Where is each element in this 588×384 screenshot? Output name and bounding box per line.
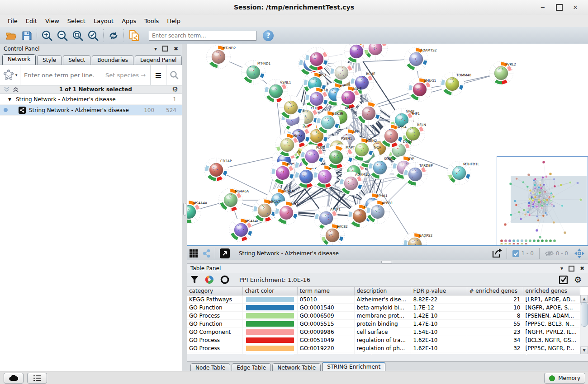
network-node[interactable]: [305, 47, 329, 71]
network-node[interactable]: [330, 61, 354, 85]
string-search-icon[interactable]: [166, 65, 182, 85]
horizontal-splitter[interactable]: [187, 260, 588, 263]
column-header[interactable]: FDR p-value: [411, 287, 467, 295]
table-row[interactable]: GO ComponentGO:0009986cell surface1.54E-…: [187, 328, 580, 336]
zoom-selected-icon[interactable]: [85, 28, 101, 43]
zoom-in-icon[interactable]: [39, 28, 55, 43]
string-options-icon[interactable]: ≡: [150, 65, 166, 85]
column-header[interactable]: category: [187, 287, 242, 295]
table-float-icon[interactable]: [569, 266, 574, 272]
network-node-BACE2[interactable]: BACE2: [321, 224, 348, 246]
menu-edit[interactable]: Edit: [22, 18, 41, 24]
set-species-label[interactable]: Set species →: [105, 72, 146, 79]
menu-view[interactable]: View: [41, 18, 63, 24]
network-node-MT-ND1[interactable]: MT-ND1: [242, 61, 271, 84]
tab-boundaries[interactable]: Boundaries: [92, 55, 133, 65]
table-panel-menu-icon[interactable]: ▾: [560, 265, 563, 272]
table-row[interactable]: GO ProcessGO:0033619membrane prot...1.93…: [187, 352, 580, 355]
pan-navigation-icon[interactable]: [572, 246, 587, 261]
network-node-APBB1[interactable]: APBB1: [366, 200, 393, 224]
scroll-up-icon[interactable]: ▲: [580, 295, 588, 303]
expand-all-icon[interactable]: [13, 87, 19, 92]
zoom-fit-icon[interactable]: [70, 28, 85, 43]
table-scrollbar[interactable]: ▲ ▼: [580, 295, 588, 354]
panel-menu-icon[interactable]: ▾: [154, 46, 157, 52]
network-settings-gear-icon[interactable]: ⚙: [172, 86, 178, 93]
grid-view-icon[interactable]: [187, 246, 200, 261]
network-node-CADPS2[interactable]: CADPS2: [403, 233, 433, 246]
filter-icon[interactable]: [190, 276, 199, 284]
network-node-CD2AP[interactable]: CD2AP: [204, 158, 232, 182]
network-node-BIN1[interactable]: BIN1: [275, 201, 299, 225]
network-node-TARDBP[interactable]: TARDBP: [403, 163, 433, 187]
network-node-TOMM40[interactable]: TOMM40: [441, 72, 472, 96]
table-row[interactable]: GO ProcessGO:0019220regulation of ph...1…: [187, 344, 580, 352]
network-node[interactable]: [357, 102, 381, 126]
detach-view-icon[interactable]: [217, 246, 232, 261]
export-network-icon[interactable]: [489, 246, 505, 261]
menu-file[interactable]: File: [4, 18, 22, 24]
menu-tools[interactable]: Tools: [140, 18, 163, 24]
collapse-all-icon[interactable]: [4, 87, 10, 92]
network-node[interactable]: [364, 44, 388, 61]
float-panel-icon[interactable]: [162, 46, 168, 52]
minimize-button[interactable]: ─: [535, 0, 551, 15]
network-node-MS4A4A[interactable]: MS4A4A: [187, 200, 208, 224]
network-node-MS4A4E[interactable]: MS4A4E: [229, 218, 259, 242]
menu-apps[interactable]: Apps: [118, 18, 140, 24]
network-node-SORL1[interactable]: SORL1: [368, 156, 396, 180]
network-node[interactable]: [279, 96, 303, 120]
table-row[interactable]: GO ProcessGO:0051049regulation of tra...…: [187, 336, 580, 344]
column-header[interactable]: description: [354, 287, 411, 295]
column-header[interactable]: enriched genes: [523, 287, 580, 295]
zoom-out-icon[interactable]: [55, 28, 70, 43]
select-filtered-icon[interactable]: [559, 276, 568, 284]
column-header[interactable]: # enriched genes: [467, 287, 523, 295]
table-close-icon[interactable]: ✖: [580, 265, 584, 272]
open-session-button[interactable]: [4, 28, 19, 43]
collection-expand-icon[interactable]: ▼: [8, 97, 11, 102]
menu-layout[interactable]: Layout: [90, 18, 118, 24]
tab-string-enrichment[interactable]: STRING Enrichment: [322, 362, 385, 372]
table-row[interactable]: GO FunctionGO:0001540beta-amyloid bi...1…: [187, 304, 580, 312]
donut-chart-icon[interactable]: [205, 275, 214, 284]
network-collection-row[interactable]: ▼ String Network - Alzheimer's disease 1: [0, 94, 182, 105]
column-header[interactable]: chart color: [242, 287, 297, 295]
network-share-icon[interactable]: [126, 28, 142, 43]
tab-legend-panel[interactable]: Legend Panel: [135, 55, 182, 65]
network-node-MTHFD1L[interactable]: MTHFD1L: [447, 161, 480, 185]
network-node-MT-ND2[interactable]: MT-ND2: [207, 45, 236, 69]
cloud-task-button[interactable]: [4, 373, 24, 384]
search-input[interactable]: [149, 31, 256, 41]
ring-chart-icon[interactable]: [220, 275, 229, 284]
tab-select[interactable]: Select: [63, 55, 90, 65]
close-button[interactable]: ✕: [567, 0, 583, 15]
scroll-down-icon[interactable]: ▼: [580, 347, 588, 354]
network-node-SMUG1[interactable]: SMUG1: [408, 78, 436, 102]
network-node-ADAMTS2[interactable]: ADAMTS2: [404, 47, 437, 71]
table-row[interactable]: GO FunctionGO:0005515protein binding1.47…: [187, 320, 580, 328]
close-panel-icon[interactable]: ✖: [174, 46, 178, 52]
string-query-input[interactable]: [20, 72, 105, 79]
string-logo-icon[interactable]: ▾: [0, 65, 20, 85]
network-canvas[interactable]: MT-ND2MT-ND1VSNL1GAB2ADAMTS2PVRL2TOMM40S…: [187, 44, 588, 246]
save-session-button[interactable]: [19, 28, 34, 43]
enrichment-settings-gear-icon[interactable]: ⚙: [574, 276, 582, 284]
network-node-PPP5C[interactable]: PPP5C: [271, 161, 298, 185]
birdseye-view[interactable]: [497, 156, 588, 246]
table-row[interactable]: KEGG Pathways05010Alzheimer's dise...8.8…: [187, 295, 580, 304]
scrollbar-thumb[interactable]: [581, 302, 588, 327]
birdseye-toggle-icon[interactable]: [200, 246, 213, 261]
refresh-icon[interactable]: [106, 28, 121, 43]
tab-style[interactable]: Style: [37, 55, 62, 65]
network-node-PVRL2[interactable]: PVRL2: [489, 61, 517, 85]
help-icon[interactable]: ?: [263, 30, 274, 41]
maximize-button[interactable]: [551, 0, 567, 15]
menu-help[interactable]: Help: [163, 18, 185, 24]
table-row[interactable]: GO ProcessGO:0006509membrane prot...1.42…: [187, 312, 580, 320]
tab-network[interactable]: Network: [2, 54, 36, 65]
menu-select[interactable]: Select: [63, 18, 90, 24]
memory-button[interactable]: Memory: [544, 373, 585, 384]
network-item-row[interactable]: String Network - Alzheimer's disease 100…: [0, 105, 182, 116]
task-history-button[interactable]: [27, 373, 47, 384]
